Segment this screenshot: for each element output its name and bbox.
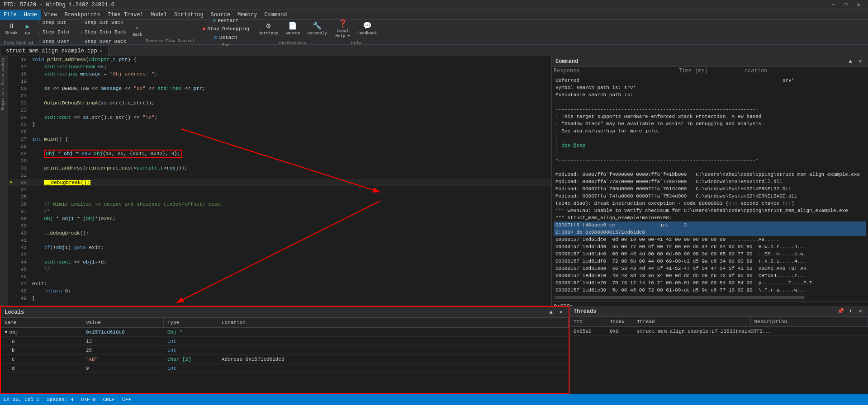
threads-pin[interactable]: 📌 bbox=[836, 307, 844, 316]
cmd-line-asm: 00007ff6`f40aace0 cc int 3 bbox=[554, 221, 866, 229]
command-close[interactable]: ✕ bbox=[856, 57, 864, 66]
locals-type-c: char [2] bbox=[164, 357, 218, 362]
code-line-35: 35 bbox=[8, 193, 551, 201]
locals-close[interactable]: ✕ bbox=[557, 308, 565, 316]
step-out-button[interactable]: ↑ Step Out bbox=[35, 18, 72, 27]
cmd-line-warn: *** WARNING: Unable to verify checksum f… bbox=[554, 207, 866, 214]
cmd-line-exe: Executable search path is: bbox=[554, 91, 866, 99]
locals-title: Locals bbox=[5, 309, 24, 316]
cmd-mem-8: 00000157`1ed61e30 5c 00 46 00 72 00 61-0… bbox=[554, 287, 866, 294]
locals-row-obj[interactable]: ▼obj 0x1571ed61dc0 Obj * bbox=[1, 328, 569, 337]
feedback-button[interactable]: 💬 Feedback bbox=[356, 19, 379, 38]
assembly-button[interactable]: 🔧 Assembly bbox=[305, 19, 328, 38]
locals-table: Name Value Type Location ▼obj 0x1571ed61… bbox=[1, 318, 569, 393]
go-button[interactable]: ▶ Go bbox=[21, 19, 34, 39]
col-index: Index bbox=[606, 317, 633, 326]
threads-content: TID Index Thread Description 0x85a0 0x0 … bbox=[570, 317, 868, 336]
settings-button[interactable]: ⚙ Settings bbox=[257, 19, 280, 38]
disassembly-label[interactable]: Disassembly bbox=[0, 56, 8, 86]
help-group: ❓ LocalHelp ▾ 💬 Feedback Help bbox=[332, 20, 381, 44]
stop-debugging-button[interactable]: ■ Stop Debugging bbox=[200, 25, 252, 33]
step-over-button[interactable]: → Step Over bbox=[35, 37, 72, 46]
tab-close-button[interactable]: ✕ bbox=[100, 48, 103, 54]
status-line-ending: CRLF bbox=[103, 397, 115, 402]
cmd-line-deferred: Deferred srv* bbox=[554, 77, 866, 84]
step-into-button[interactable]: ↓ Step Into bbox=[35, 28, 72, 37]
main-area: Disassembly Registers 16 void print_addr… bbox=[0, 56, 868, 306]
threads-row-0[interactable]: 0x85a0 0x0 struct_mem_align_example!LT+1… bbox=[570, 327, 868, 336]
col-description: Description bbox=[751, 317, 868, 326]
command-panel-title: Command bbox=[555, 58, 578, 65]
locals-scroll-up[interactable]: ▲ bbox=[547, 308, 555, 316]
status-spaces: Spaces: 4 bbox=[47, 397, 73, 402]
status-ln-col: Ln 33, Col 1 bbox=[4, 397, 39, 402]
side-labels: Disassembly Registers bbox=[0, 56, 8, 306]
command-scrollbar-h[interactable] bbox=[554, 295, 866, 299]
locals-row-c[interactable]: c "AB" char [2] Address 0x1571ed61dc8 bbox=[1, 355, 569, 364]
locals-type-a: int bbox=[164, 339, 218, 344]
cmd-line-func: *** struct_mem_align_example!main+0x08: bbox=[554, 214, 866, 221]
locals-row-b[interactable]: b 25 int bbox=[1, 346, 569, 355]
step-out-icon: ↑ bbox=[38, 20, 41, 25]
threads-col-header: TID Index Thread Description bbox=[570, 317, 868, 327]
titlebar-title: PID: 57420 - WinDbg 1.2402.24001.0 bbox=[4, 2, 114, 8]
break-button[interactable]: ⏸ Break bbox=[4, 19, 19, 39]
back-button[interactable]: ⟵ Back bbox=[130, 24, 145, 40]
menu-model[interactable]: Model bbox=[147, 10, 171, 20]
command-table-header: Response Time (ms) Location bbox=[552, 67, 868, 75]
code-line-34: 34 bbox=[8, 186, 551, 193]
cmd-line-sep1: +---------------------------------------… bbox=[554, 106, 866, 113]
code-line-30: 30 bbox=[8, 157, 551, 165]
col-time: Time (ms) bbox=[678, 68, 741, 74]
code-line-48: 48 return 0; bbox=[8, 287, 551, 295]
code-line-42: 42 if(!obj1) goto exit; bbox=[8, 244, 551, 251]
threads-pop[interactable]: ⬆ bbox=[846, 307, 854, 316]
reverse-flow-label: Reverse Flow Control bbox=[146, 39, 195, 43]
col-name: Name bbox=[1, 318, 82, 327]
locals-type-d: int bbox=[164, 366, 218, 371]
code-line-31: 31 print_address(reinterpret_cast<uintpt… bbox=[8, 165, 551, 172]
code-line-24: 24 std::cout << ss.str().c_str() << "\n"… bbox=[8, 114, 551, 121]
end-group: ↺ Restart ■ Stop Debugging ⊟ Detach End bbox=[198, 20, 254, 44]
step-over-back-button[interactable]: → Step Over Back bbox=[77, 37, 129, 46]
locals-name-a: a bbox=[1, 339, 82, 344]
step-out-back-button[interactable]: ↑ Step Out Back bbox=[77, 18, 129, 27]
cmd-mem-7: 00000157`1ed61e20 70 f8 17 f4 f6 7f 00-0… bbox=[554, 279, 866, 287]
preferences-group: ⚙ Settings 📄 Source 🔧 Assembly Preferenc… bbox=[255, 20, 331, 44]
titlebar: PID: 57420 - WinDbg 1.2402.24001.0 — ❐ ✕ bbox=[0, 0, 868, 10]
command-output: Deferred srv* Symbol search path is: srv… bbox=[552, 75, 868, 301]
locals-row-d[interactable]: d 9 int bbox=[1, 364, 569, 373]
menu-scripting[interactable]: Scripting bbox=[171, 10, 207, 20]
cmd-line-hw1: | This target supports Hardware-enforced… bbox=[554, 113, 866, 120]
cmd-line-blank1 bbox=[554, 99, 866, 106]
restart-button[interactable]: ↺ Restart bbox=[210, 17, 242, 24]
back-icon: ⟵ bbox=[136, 25, 139, 31]
step-into-back-button[interactable]: ↓ Step Into Back bbox=[77, 28, 129, 37]
minimize-button[interactable]: — bbox=[827, 0, 839, 10]
stop-icon: ■ bbox=[203, 26, 206, 32]
cmd-mem-6: 00000157`1ed61e10 43 48 3d 78 36 34 00-0… bbox=[554, 272, 866, 279]
locals-row-a[interactable]: a 13 int bbox=[1, 337, 569, 346]
code-line-26: 26 bbox=[8, 128, 551, 136]
locals-type-obj: Obj * bbox=[164, 330, 218, 335]
locals-name-d: d bbox=[1, 366, 82, 371]
cmd-line-mod2: ModLoad: 00007ffa`77870000 00007ffa`77a8… bbox=[554, 178, 866, 185]
source-button[interactable]: 📄 Source bbox=[284, 19, 302, 38]
detach-button[interactable]: ⊟ Detach bbox=[212, 33, 240, 41]
locals-type-b: int bbox=[164, 348, 218, 353]
command-scroll-up[interactable]: ▲ bbox=[846, 57, 854, 66]
code-line-25: 25 } bbox=[8, 121, 551, 128]
registers-label[interactable]: Registers bbox=[0, 86, 8, 112]
close-button[interactable]: ✕ bbox=[853, 0, 864, 10]
code-line-22: 22 OutputDebugStringA(ss.str().c_str()); bbox=[8, 99, 551, 107]
status-encoding: UTF-8 bbox=[81, 397, 96, 402]
cmd-line-db-cmd: 0:000> db 0x00000001571ed61dc0 bbox=[554, 229, 866, 236]
menu-file[interactable]: File bbox=[0, 10, 20, 20]
file-tab[interactable]: struct_mem_align_example.cpp ✕ bbox=[0, 46, 109, 56]
threads-close[interactable]: ✕ bbox=[856, 307, 864, 316]
local-help-button[interactable]: ❓ LocalHelp ▾ bbox=[334, 19, 352, 38]
maximize-button[interactable]: ❐ bbox=[840, 0, 852, 10]
col-type: Type bbox=[164, 318, 218, 327]
threads-title: Threads bbox=[574, 308, 596, 315]
cmd-mem-4: 00000157`1ed61df0 72 00 6b 00 44 00 69-0… bbox=[554, 258, 866, 265]
